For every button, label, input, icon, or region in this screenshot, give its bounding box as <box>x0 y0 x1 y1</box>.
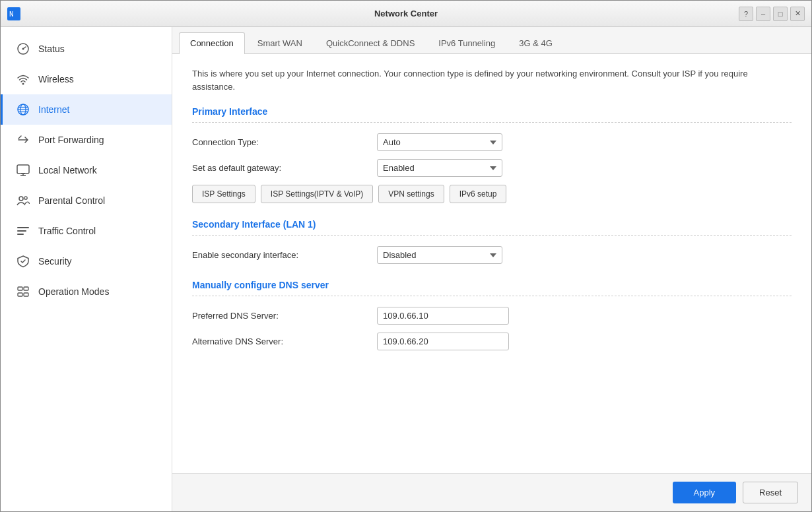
primary-interface-section: Primary Interface Connection Type: Auto … <box>192 106 792 203</box>
svg-rect-20 <box>24 287 28 290</box>
title-bar: N Network Center ? – □ ✕ <box>1 1 811 27</box>
svg-rect-19 <box>18 287 22 290</box>
help-button[interactable]: ? <box>739 7 753 21</box>
main-window: N Network Center ? – □ ✕ Status W <box>0 0 812 512</box>
connection-type-control: Auto DHCP PPPoE Static IP L2TP PPTP <box>377 133 502 151</box>
sidebar-label-local-network: Local Network <box>38 165 97 176</box>
port-forwarding-icon <box>16 133 30 147</box>
tab-quickconnect-ddns[interactable]: QuickConnect & DDNS <box>315 32 426 53</box>
svg-point-3 <box>22 48 24 50</box>
secondary-interface-title: Secondary Interface (LAN 1) <box>192 219 792 236</box>
sidebar-item-local-network[interactable]: Local Network <box>1 155 172 185</box>
dns-section: Manually configure DNS server Preferred … <box>192 280 792 350</box>
svg-point-14 <box>19 197 23 201</box>
dns-section-title: Manually configure DNS server <box>192 280 792 296</box>
tab-connection[interactable]: Connection <box>179 32 245 54</box>
sidebar-item-internet[interactable]: Internet <box>1 94 172 125</box>
default-gateway-row: Set as default gateway: Enabled Disabled <box>192 159 792 177</box>
enable-secondary-select[interactable]: Disabled Enabled <box>377 246 502 264</box>
sidebar-label-operation-modes: Operation Modes <box>38 286 109 297</box>
tab-bar: Connection Smart WAN QuickConnect & DDNS… <box>172 27 811 54</box>
security-icon <box>16 254 30 269</box>
sidebar-label-wireless: Wireless <box>38 74 74 84</box>
alternative-dns-control <box>377 333 509 350</box>
vpn-settings-button[interactable]: VPN settings <box>378 185 444 203</box>
alternative-dns-row: Alternative DNS Server: <box>192 333 792 350</box>
close-button[interactable]: ✕ <box>790 7 805 21</box>
sidebar-label-internet: Internet <box>38 104 69 115</box>
parental-control-icon <box>16 193 30 208</box>
alternative-dns-input[interactable] <box>377 333 509 350</box>
preferred-dns-label: Preferred DNS Server: <box>192 311 377 321</box>
internet-icon <box>16 102 30 117</box>
preferred-dns-input[interactable] <box>377 307 509 325</box>
tab-ipv6-tunneling[interactable]: IPv6 Tunneling <box>427 32 506 53</box>
content-area: This is where you set up your Internet c… <box>172 54 811 473</box>
description-text: This is where you set up your Internet c… <box>192 67 792 93</box>
default-gateway-select[interactable]: Enabled Disabled <box>377 159 502 177</box>
sidebar-item-parental-control[interactable]: Parental Control <box>1 185 172 216</box>
window-title: Network Center <box>0 9 812 18</box>
svg-point-4 <box>22 83 24 85</box>
title-bar-left: N <box>7 7 20 20</box>
window-controls: ? – □ ✕ <box>739 7 805 21</box>
isp-settings-iptv-button[interactable]: ISP Settings(IPTV & VoIP) <box>261 185 374 203</box>
default-gateway-control: Enabled Disabled <box>377 159 502 177</box>
window-body: Status Wireless Internet Port Forwarding <box>1 27 811 511</box>
sidebar-item-operation-modes[interactable]: Operation Modes <box>1 276 172 307</box>
reset-button[interactable]: Reset <box>743 482 798 503</box>
sidebar-item-security[interactable]: Security <box>1 246 172 276</box>
traffic-control-icon <box>16 224 30 238</box>
tab-smart-wan[interactable]: Smart WAN <box>246 32 314 53</box>
isp-settings-button[interactable]: ISP Settings <box>192 185 255 203</box>
primary-interface-buttons: ISP Settings ISP Settings(IPTV & VoIP) V… <box>192 185 792 203</box>
apply-button[interactable]: Apply <box>673 482 737 503</box>
enable-secondary-label: Enable secondary interface: <box>192 250 377 260</box>
connection-type-label: Connection Type: <box>192 137 377 147</box>
svg-rect-21 <box>18 293 22 296</box>
sidebar: Status Wireless Internet Port Forwarding <box>1 27 172 511</box>
tab-3g-4g[interactable]: 3G & 4G <box>508 32 564 53</box>
main-content: Connection Smart WAN QuickConnect & DDNS… <box>172 27 811 511</box>
enable-secondary-row: Enable secondary interface: Disabled Ena… <box>192 246 792 264</box>
primary-interface-title: Primary Interface <box>192 106 792 123</box>
footer: Apply Reset <box>172 473 811 511</box>
svg-text:N: N <box>9 10 14 18</box>
sidebar-label-status: Status <box>38 44 65 54</box>
secondary-interface-section: Secondary Interface (LAN 1) Enable secon… <box>192 219 792 264</box>
app-icon: N <box>7 7 20 20</box>
sidebar-item-status[interactable]: Status <box>1 34 172 64</box>
enable-secondary-control: Disabled Enabled <box>377 246 502 264</box>
svg-rect-10 <box>17 165 29 174</box>
connection-type-select[interactable]: Auto DHCP PPPoE Static IP L2TP PPTP <box>377 133 502 151</box>
sidebar-label-port-forwarding: Port Forwarding <box>38 135 104 145</box>
maximize-button[interactable]: □ <box>773 7 788 21</box>
svg-rect-22 <box>24 293 28 296</box>
wireless-icon <box>16 72 30 86</box>
preferred-dns-row: Preferred DNS Server: <box>192 307 792 325</box>
minimize-button[interactable]: – <box>756 7 770 21</box>
alternative-dns-label: Alternative DNS Server: <box>192 336 377 346</box>
preferred-dns-control <box>377 307 509 325</box>
sidebar-label-traffic-control: Traffic Control <box>38 226 96 236</box>
sidebar-item-wireless[interactable]: Wireless <box>1 64 172 94</box>
sidebar-label-parental-control: Parental Control <box>38 195 105 206</box>
sidebar-label-security: Security <box>38 256 72 267</box>
local-network-icon <box>16 163 30 177</box>
connection-type-row: Connection Type: Auto DHCP PPPoE Static … <box>192 133 792 151</box>
default-gateway-label: Set as default gateway: <box>192 163 377 173</box>
status-icon <box>16 42 30 56</box>
sidebar-item-traffic-control[interactable]: Traffic Control <box>1 216 172 246</box>
operation-modes-icon <box>16 284 30 299</box>
sidebar-item-port-forwarding[interactable]: Port Forwarding <box>1 125 172 155</box>
svg-point-15 <box>24 197 27 199</box>
ipv6-setup-button[interactable]: IPv6 setup <box>450 185 507 203</box>
